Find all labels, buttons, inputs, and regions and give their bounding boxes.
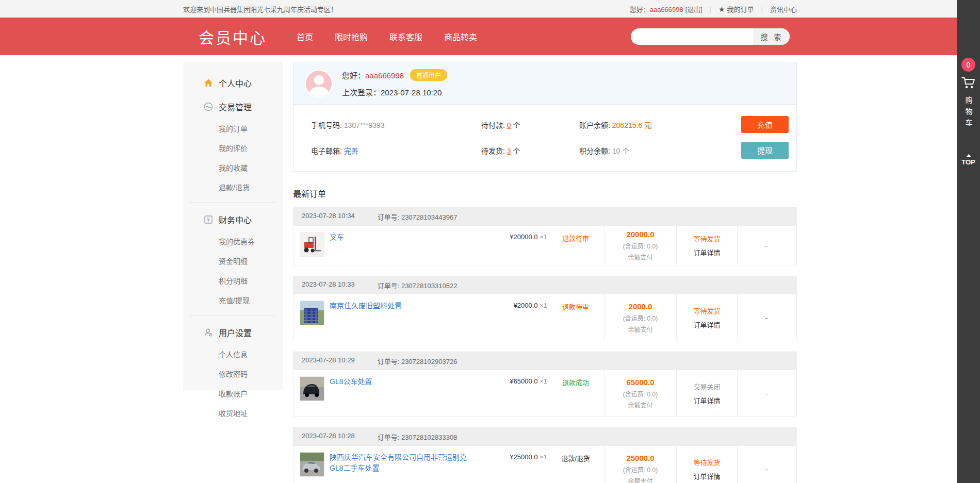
pay-method: 余额支付 bbox=[628, 401, 652, 409]
sidebar-divider bbox=[190, 315, 275, 315]
pay-method: 余额支付 bbox=[628, 476, 652, 483]
dark-car-photo[interactable] bbox=[300, 376, 324, 401]
sidebar-group-user-settings[interactable]: 用户设置 bbox=[183, 321, 283, 344]
nav-resale[interactable]: 商品转卖 bbox=[444, 30, 477, 43]
top-utility-bar: 欢迎来到中国兵器集团阳光七采九周年庆活动专区！ 您好：aaa666998 [退出… bbox=[0, 0, 980, 18]
cart-count-badge: 0 bbox=[961, 58, 975, 72]
product-name-link[interactable]: 南京住久废旧塑料处置 bbox=[330, 301, 402, 335]
order-block: 2023-07-28 10:34 订单号: 230728103443967 bbox=[293, 207, 797, 265]
search-button[interactable]: 搜 索 bbox=[754, 28, 790, 45]
ship-status: 等待发货 bbox=[693, 234, 720, 243]
freight-note: (含运费: 0.0) bbox=[623, 313, 658, 322]
sidebar-item-my-orders[interactable]: 我的订单 bbox=[183, 119, 283, 138]
sidebar-item-my-reviews[interactable]: 我的评价 bbox=[183, 138, 283, 158]
last-login: 上次登录：2023-07-28 10:20 bbox=[342, 87, 447, 97]
star-icon: ★ bbox=[718, 5, 725, 13]
news-center-link[interactable]: 资讯中心 bbox=[770, 4, 797, 14]
pending-pay-count-link[interactable]: 0 bbox=[507, 121, 511, 129]
search-input[interactable] bbox=[631, 28, 754, 45]
svg-text:¥: ¥ bbox=[206, 217, 210, 223]
balance-field: 账户余额: 206215.6 元 bbox=[579, 120, 739, 130]
order-amount: 2000.0 bbox=[629, 302, 652, 311]
order-amount: 25000.0 bbox=[626, 454, 654, 462]
withdraw-button[interactable]: 提现 bbox=[741, 142, 789, 159]
sidebar-group-personal-center[interactable]: 个人中心 bbox=[183, 71, 283, 95]
finance-icon: ¥ bbox=[204, 215, 213, 224]
order-detail-link[interactable]: 订单详情 bbox=[693, 395, 720, 405]
divider: | bbox=[710, 5, 711, 13]
refund-status: 退款待审 bbox=[547, 294, 604, 341]
nav-customer-service[interactable]: 联系客服 bbox=[389, 30, 422, 43]
nav-home[interactable]: 首页 bbox=[297, 30, 313, 43]
main-header: 会员中心 首页 限时抢购 联系客服 商品转卖 搜 索 bbox=[0, 18, 980, 55]
phone-value: 1307***9393 bbox=[344, 121, 385, 129]
order-amount: 65000.0 bbox=[626, 378, 654, 387]
sidebar-item-change-password[interactable]: 修改密码 bbox=[183, 364, 283, 384]
pending-ship-field: 待发货: 3 个 bbox=[481, 145, 579, 156]
avatar[interactable] bbox=[305, 70, 333, 97]
sidebar-group-trade[interactable]: 交易管理 bbox=[183, 95, 283, 119]
search-box: 搜 索 bbox=[631, 28, 790, 45]
sidebar: 个人中心 交易管理 我的订单 我的评价 我的收藏 退款/退货 ¥ 财务中心 我的… bbox=[183, 62, 283, 390]
order-date: 2023-07-28 10:28 bbox=[302, 432, 355, 442]
top-arrow-icon bbox=[966, 154, 971, 157]
latest-orders-title: 最新订单 bbox=[293, 187, 797, 199]
ship-status: 等待发货 bbox=[693, 457, 720, 467]
sidebar-item-shipping-address[interactable]: 收货地址 bbox=[183, 403, 283, 423]
product-name-link[interactable]: 叉车 bbox=[330, 232, 344, 259]
balance-value: 206215.6 元 bbox=[612, 121, 651, 129]
order-date: 2023-07-28 10:29 bbox=[302, 356, 355, 366]
sidebar-item-my-favorites[interactable]: 我的收藏 bbox=[183, 158, 283, 177]
nav-flash-sale[interactable]: 限时抢购 bbox=[335, 30, 368, 43]
order-price: ¥65000.0 ×1 bbox=[478, 370, 547, 417]
order-date: 2023-07-28 10:34 bbox=[302, 212, 355, 222]
cart-dock: 0 购物车 TOP bbox=[957, 0, 980, 483]
order-detail-link[interactable]: 订单详情 bbox=[693, 320, 720, 329]
main-nav: 首页 限时抢购 联系客服 商品转卖 bbox=[297, 30, 477, 43]
my-orders-link[interactable]: ★我的订单 bbox=[718, 4, 754, 14]
order-extra: - bbox=[737, 294, 795, 341]
sidebar-item-personal-info[interactable]: 个人信息 bbox=[183, 344, 283, 364]
ship-status: 交易关闭 bbox=[693, 381, 720, 391]
refund-status: 退款/退货 bbox=[547, 446, 604, 483]
sidebar-item-my-coupons[interactable]: 我的优惠券 bbox=[183, 231, 283, 251]
sidebar-group-finance[interactable]: ¥ 财务中心 bbox=[183, 208, 283, 231]
recharge-button[interactable]: 充值 bbox=[741, 116, 789, 133]
pending-ship-count-link[interactable]: 3 bbox=[507, 147, 511, 155]
cart-label[interactable]: 购物车 bbox=[963, 96, 974, 130]
sidebar-item-recharge-withdraw[interactable]: 充值/提现 bbox=[183, 290, 283, 310]
phone-field: 手机号码: 1307***9393 bbox=[311, 120, 481, 130]
email-field: 电子邮箱: 完善 bbox=[311, 145, 481, 156]
silver-car-photo[interactable] bbox=[300, 452, 324, 477]
product-name-link[interactable]: 陕西庆华汽车安全有限公司自用非营运别克GL8二手车处置 bbox=[330, 452, 471, 483]
product-name-link[interactable]: GL8公车处置 bbox=[330, 376, 372, 410]
pending-pay-field: 待付款: 0 个 bbox=[481, 120, 579, 130]
back-to-top-button[interactable]: TOP bbox=[961, 154, 975, 166]
freight-note: (含运费: 0.0) bbox=[623, 389, 658, 398]
order-price: ¥20000.0 ×1 bbox=[478, 226, 547, 265]
order-date: 2023-07-28 10:33 bbox=[302, 280, 355, 290]
refund-status: 退款成功 bbox=[547, 370, 604, 417]
ship-status: 等待发货 bbox=[693, 306, 720, 315]
username-link[interactable]: aaa666998 bbox=[650, 6, 683, 13]
forklift-photo[interactable] bbox=[300, 232, 324, 257]
cart-button[interactable] bbox=[961, 76, 976, 92]
order-amount: 20000.0 bbox=[626, 230, 654, 239]
order-extra: - bbox=[737, 370, 795, 417]
greeting-text: 您好：aaa666998 bbox=[342, 70, 404, 80]
sidebar-item-payment-account[interactable]: 收款账户 bbox=[183, 384, 283, 403]
freight-note: (含运费: 0.0) bbox=[623, 465, 658, 474]
logout-link[interactable]: [退出] bbox=[685, 6, 702, 13]
order-detail-link[interactable]: 订单详情 bbox=[693, 471, 720, 481]
trade-icon bbox=[204, 102, 213, 111]
pallets-photo[interactable] bbox=[300, 301, 324, 325]
pay-method: 余额支付 bbox=[628, 325, 652, 334]
email-complete-link[interactable]: 完善 bbox=[344, 147, 358, 155]
sidebar-item-points-details[interactable]: 积分明细 bbox=[183, 271, 283, 290]
sidebar-item-refund-return[interactable]: 退款/退货 bbox=[183, 177, 283, 197]
refund-status: 退款待审 bbox=[547, 226, 604, 265]
sidebar-item-fund-details[interactable]: 资金明细 bbox=[183, 251, 283, 271]
points-value: 10 个 bbox=[612, 147, 629, 155]
order-detail-link[interactable]: 订单详情 bbox=[693, 247, 720, 257]
order-block: 2023-07-28 10:29 订单号: 230728102903726 bbox=[293, 352, 797, 417]
